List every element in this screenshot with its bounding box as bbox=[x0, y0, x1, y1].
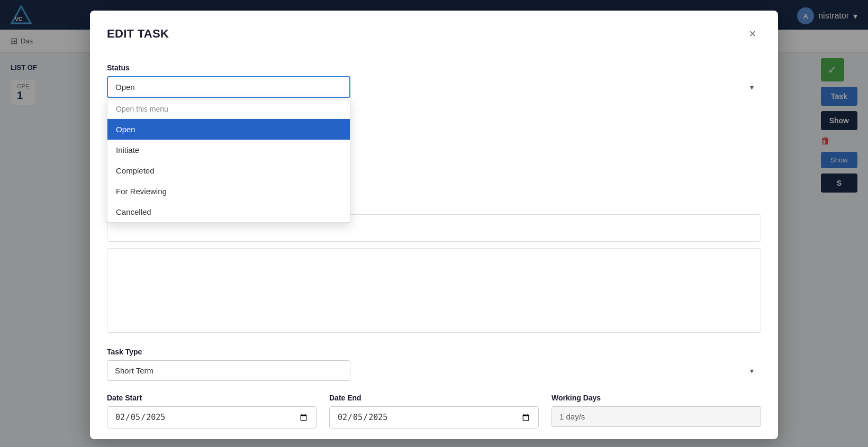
dropdown-item-open[interactable]: Open bbox=[107, 119, 350, 140]
status-chevron-icon: ▾ bbox=[750, 83, 754, 92]
close-icon: × bbox=[749, 27, 756, 41]
modal-body: Status Open Initiate Completed For Revie… bbox=[90, 53, 778, 445]
status-dropdown: Open this menu Open Initiate Completed F… bbox=[107, 99, 350, 223]
date-start-field: Date Start bbox=[107, 394, 317, 428]
task-type-label: Task Type bbox=[107, 348, 761, 356]
dropdown-item-for-reviewing[interactable]: For Reviewing bbox=[107, 181, 350, 202]
close-button[interactable]: × bbox=[744, 25, 761, 42]
status-select[interactable]: Open Initiate Completed For Reviewing Ca… bbox=[107, 76, 350, 98]
modal-header: EDIT TASK × bbox=[90, 11, 778, 53]
working-days-input: 1 day/s bbox=[551, 406, 761, 427]
task-type-chevron-icon: ▾ bbox=[750, 367, 754, 375]
status-section: Status Open Initiate Completed For Revie… bbox=[107, 63, 761, 98]
text-fields-area bbox=[107, 214, 761, 335]
dropdown-item-initiate[interactable]: Initiate bbox=[107, 140, 350, 160]
task-description-input[interactable] bbox=[107, 248, 761, 333]
working-days-field: Working Days 1 day/s bbox=[551, 394, 761, 428]
date-end-label: Date End bbox=[329, 394, 539, 402]
working-days-label: Working Days bbox=[551, 394, 761, 402]
task-type-select[interactable]: Short Term Long Term bbox=[107, 360, 350, 381]
status-select-wrapper: Open Initiate Completed For Reviewing Ca… bbox=[107, 76, 761, 98]
status-label: Status bbox=[107, 63, 761, 72]
modal-title: EDIT TASK bbox=[107, 27, 169, 41]
dropdown-item-cancelled[interactable]: Cancelled bbox=[107, 202, 350, 222]
date-end-input[interactable] bbox=[329, 406, 539, 428]
date-row: Date Start Date End Working Days 1 day/s bbox=[107, 394, 761, 428]
dropdown-hint: Open this menu bbox=[107, 99, 350, 119]
date-start-input[interactable] bbox=[107, 406, 317, 428]
date-end-field: Date End bbox=[329, 394, 539, 428]
edit-task-modal: EDIT TASK × Status Open Initiate Complet… bbox=[90, 11, 778, 439]
date-start-label: Date Start bbox=[107, 394, 317, 402]
dropdown-item-completed[interactable]: Completed bbox=[107, 160, 350, 181]
task-type-section: Task Type Short Term Long Term ▾ bbox=[107, 348, 761, 381]
task-type-select-wrapper: Short Term Long Term ▾ bbox=[107, 360, 761, 381]
